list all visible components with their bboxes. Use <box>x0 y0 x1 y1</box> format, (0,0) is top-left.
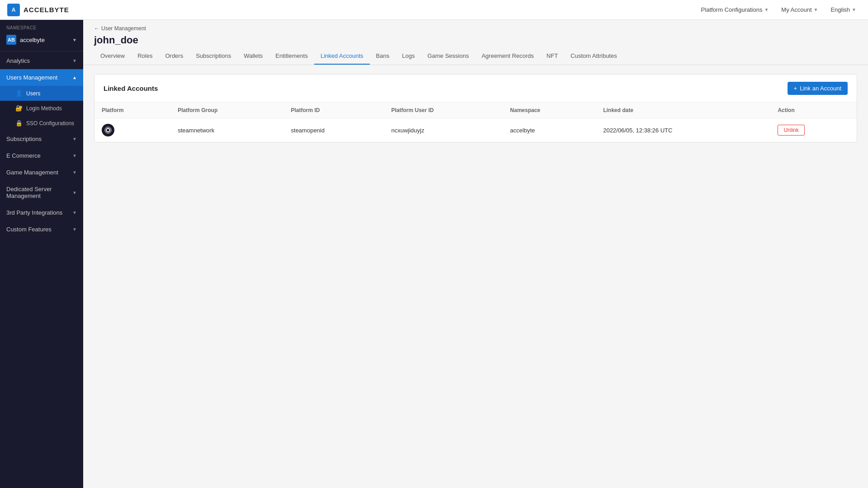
page-title: john_doe <box>83 32 868 46</box>
tabs-bar: Overview Roles Orders Subscriptions Wall… <box>83 48 868 65</box>
tab-linked-accounts[interactable]: Linked Accounts <box>314 48 370 65</box>
tab-subscriptions[interactable]: Subscriptions <box>189 48 237 65</box>
platform-config-chevron-icon: ▼ <box>764 7 769 12</box>
breadcrumb-back-arrow-icon: ← <box>94 25 99 32</box>
cell-namespace: accelbyte <box>503 118 596 142</box>
tab-overview[interactable]: Overview <box>94 48 131 65</box>
cell-action: Unlink <box>770 118 857 142</box>
language-chevron-icon: ▼ <box>852 7 856 12</box>
cell-platform-group: steamnetwork <box>170 118 283 142</box>
link-account-plus-icon: + <box>794 85 797 92</box>
breadcrumb-back-link[interactable]: ← User Management <box>94 25 146 32</box>
sidebar-item-ecommerce-label: E Commerce <box>6 152 72 159</box>
col-platform-id: Platform ID <box>284 103 384 118</box>
table-row: steamnetwork steamopenid ncxuwjiduyjz ac… <box>94 118 857 142</box>
logo-icon: A <box>7 4 20 16</box>
tab-logs[interactable]: Logs <box>396 48 421 65</box>
sso-sub-icon: 🔒 <box>15 120 23 127</box>
table-header-row: Platform Platform Group Platform ID Plat… <box>94 103 857 118</box>
sidebar-item-subscriptions[interactable]: Subscriptions ▼ <box>0 131 83 147</box>
breadcrumb-back-label: User Management <box>101 25 146 32</box>
sidebar-item-3rd-party[interactable]: 3rd Party Integrations ▼ <box>0 204 83 221</box>
sidebar-item-users-management[interactable]: Users Management ▲ <box>0 69 83 86</box>
users-sub-icon: 👤 <box>15 90 23 97</box>
ecommerce-chevron-icon: ▼ <box>72 153 77 158</box>
sidebar-sub-item-login-methods[interactable]: 🔐 Login Methods <box>0 101 83 116</box>
analytics-chevron-icon: ▼ <box>72 58 77 63</box>
namespace-selector[interactable]: AB accelbyte ▼ <box>0 32 83 50</box>
namespace-chevron-icon: ▼ <box>72 38 77 42</box>
sidebar-sub-item-sso-label: SSO Configurations <box>26 120 74 127</box>
sidebar: NAMESPACE AB accelbyte ▼ Analytics ▼ Use… <box>0 20 83 488</box>
users-mgmt-chevron-icon: ▲ <box>72 75 77 80</box>
sidebar-item-dedicated-server-label: Dedicated Server Management <box>6 186 72 199</box>
linked-accounts-table: Platform Platform Group Platform ID Plat… <box>94 103 857 142</box>
namespace-icon: AB <box>6 35 16 45</box>
header-right: Platform Configurations ▼ My Account ▼ E… <box>697 5 861 15</box>
my-account-button[interactable]: My Account ▼ <box>777 5 822 15</box>
platform-config-button[interactable]: Platform Configurations ▼ <box>697 5 774 15</box>
tab-agreement-records[interactable]: Agreement Records <box>475 48 540 65</box>
col-namespace: Namespace <box>503 103 596 118</box>
unlink-button[interactable]: Unlink <box>778 125 804 136</box>
cell-platform-id: steamopenid <box>284 118 384 142</box>
top-header: A ACCELBYTE Platform Configurations ▼ My… <box>0 0 868 20</box>
sidebar-item-subscriptions-label: Subscriptions <box>6 136 72 142</box>
dedicated-server-chevron-icon: ▼ <box>72 190 77 195</box>
sidebar-item-users-management-label: Users Management <box>6 74 72 81</box>
sidebar-item-ecommerce[interactable]: E Commerce ▼ <box>0 147 83 164</box>
content-area: ← User Management john_doe Overview Role… <box>83 20 868 488</box>
section-header: Linked Accounts + Link an Account <box>94 75 857 103</box>
section-title: Linked Accounts <box>104 84 158 92</box>
sidebar-sub-item-users[interactable]: 👤 Users <box>0 86 83 101</box>
col-platform: Platform <box>94 103 170 118</box>
namespace-label: NAMESPACE <box>0 20 83 32</box>
tab-bans[interactable]: Bans <box>370 48 396 65</box>
language-label: English <box>830 6 850 13</box>
tab-nft[interactable]: NFT <box>540 48 564 65</box>
col-linked-date: Linked date <box>596 103 770 118</box>
tab-game-sessions[interactable]: Game Sessions <box>421 48 475 65</box>
cell-linked-date: 2022/06/05, 12:38:26 UTC <box>596 118 770 142</box>
col-platform-group: Platform Group <box>170 103 283 118</box>
tab-custom-attributes[interactable]: Custom Attributes <box>564 48 623 65</box>
sidebar-item-analytics-label: Analytics <box>6 57 72 64</box>
sidebar-sub-item-login-methods-label: Login Methods <box>26 105 62 112</box>
language-button[interactable]: English ▼ <box>826 5 861 15</box>
tab-entitlements[interactable]: Entitlements <box>269 48 314 65</box>
logo-area: A ACCELBYTE <box>7 4 69 16</box>
my-account-label: My Account <box>781 6 811 13</box>
3rd-party-chevron-icon: ▼ <box>72 210 77 215</box>
sidebar-item-3rd-party-label: 3rd Party Integrations <box>6 209 72 216</box>
steam-platform-icon <box>102 124 114 136</box>
col-platform-user-id: Platform User ID <box>384 103 503 118</box>
sidebar-item-dedicated-server[interactable]: Dedicated Server Management ▼ <box>0 181 83 204</box>
link-account-button[interactable]: + Link an Account <box>788 82 848 95</box>
namespace-name: accelbyte <box>20 37 69 43</box>
main-layout: NAMESPACE AB accelbyte ▼ Analytics ▼ Use… <box>0 20 868 488</box>
breadcrumb: ← User Management <box>83 20 868 32</box>
sidebar-item-custom-features-label: Custom Features <box>6 226 72 233</box>
game-mgmt-chevron-icon: ▼ <box>72 170 77 175</box>
sidebar-item-game-management[interactable]: Game Management ▼ <box>0 164 83 181</box>
login-methods-sub-icon: 🔐 <box>15 105 23 112</box>
linked-accounts-section: Linked Accounts + Link an Account Platfo… <box>94 74 857 142</box>
tab-roles[interactable]: Roles <box>131 48 159 65</box>
tab-orders[interactable]: Orders <box>159 48 189 65</box>
sidebar-item-game-management-label: Game Management <box>6 169 72 176</box>
link-account-btn-label: Link an Account <box>800 85 841 92</box>
logo-text: ACCELBYTE <box>24 6 69 14</box>
sidebar-divider <box>0 51 83 52</box>
sidebar-item-custom-features[interactable]: Custom Features ▼ <box>0 221 83 238</box>
col-action: Action <box>770 103 857 118</box>
cell-platform-user-id: ncxuwjiduyjz <box>384 118 503 142</box>
sidebar-sub-item-users-label: Users <box>26 90 40 97</box>
custom-features-chevron-icon: ▼ <box>72 227 77 232</box>
tab-wallets[interactable]: Wallets <box>237 48 269 65</box>
sidebar-item-analytics[interactable]: Analytics ▼ <box>0 52 83 69</box>
platform-config-label: Platform Configurations <box>701 6 763 13</box>
sidebar-sub-item-sso-configurations[interactable]: 🔒 SSO Configurations <box>0 116 83 131</box>
logo-initials: A <box>12 7 16 13</box>
cell-platform <box>94 118 170 142</box>
subscriptions-chevron-icon: ▼ <box>72 136 77 141</box>
